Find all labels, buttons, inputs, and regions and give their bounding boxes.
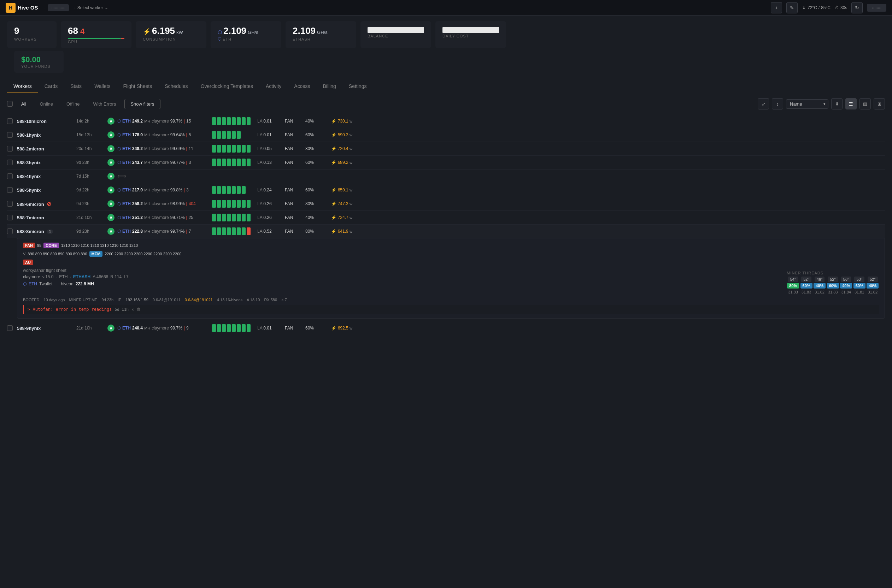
worker-la: LA 0.01 bbox=[257, 132, 282, 137]
thread-fan: 40% bbox=[814, 283, 826, 288]
worker-checkbox[interactable] bbox=[7, 160, 13, 165]
workers-list: 588-10micron 14d 2h A ⬡ ETH 249.2 MH cla… bbox=[0, 114, 892, 335]
worker-checkbox[interactable] bbox=[7, 187, 13, 193]
gpu-model: RX 580 bbox=[264, 298, 277, 302]
table-row: 588-2micron 20d 14h A ⬡ ETH 248.2 MH cla… bbox=[7, 142, 885, 156]
gpu-bars bbox=[212, 200, 254, 208]
worker-name[interactable]: 588-5hynix bbox=[17, 188, 74, 193]
table-row: 588-1hynix 15d 13h A ⬡ ETH 178.0 MH clay… bbox=[7, 128, 885, 142]
consumption-unit: kW bbox=[176, 30, 183, 35]
filter-online-btn[interactable]: Online bbox=[35, 99, 58, 109]
worker-checkbox[interactable] bbox=[7, 173, 13, 179]
worker-checkbox[interactable] bbox=[7, 201, 13, 207]
tab-wallets[interactable]: Wallets bbox=[88, 80, 117, 93]
thread-columns: 54° 80% 31.83 52° 60% 31.83 46° 40% 31.8… bbox=[787, 276, 879, 295]
tab-access[interactable]: Access bbox=[288, 80, 316, 93]
eth-rate-label: ETH bbox=[223, 37, 232, 41]
worker-name[interactable]: 588-10micron bbox=[17, 118, 74, 124]
view-grid-btn[interactable]: ⊞ bbox=[874, 98, 885, 110]
miner-version: v.15.0 bbox=[42, 274, 54, 279]
thread-fan: 40% bbox=[840, 283, 852, 288]
ethash-value: 2.109 bbox=[293, 26, 316, 36]
worker-checkbox[interactable] bbox=[7, 215, 13, 220]
worker-name[interactable]: 588-6micron ⊘ bbox=[17, 201, 74, 207]
view-list-btn[interactable]: ☰ bbox=[845, 98, 857, 110]
ip-value: 192.168.1.59 bbox=[126, 298, 149, 302]
tab-stats[interactable]: Stats bbox=[64, 80, 88, 93]
tab-schedules[interactable]: Schedules bbox=[158, 80, 194, 93]
worker-checkbox[interactable] bbox=[7, 146, 13, 152]
worker-power: ⚡ 730.1 w bbox=[324, 118, 352, 124]
sort-wrap: Name Status Hashrate Power ▾ bbox=[786, 99, 828, 109]
table-row: 588-9hynix 21d 10h A ⬡ ETH 240.4 MH clay… bbox=[7, 321, 885, 335]
expand-all-btn[interactable]: ⤢ bbox=[758, 98, 769, 110]
worker-algo: ⬡ ETH 217.0 MH claymore 99.8% | 3 bbox=[117, 188, 209, 192]
miner-threads: MINER THREADS 54° 80% 31.83 52° 60% 31.8… bbox=[787, 271, 879, 295]
tab-billing[interactable]: Billing bbox=[316, 80, 342, 93]
tab-settings[interactable]: Settings bbox=[343, 80, 373, 93]
worker-fan-pct: 60% bbox=[305, 132, 321, 137]
export-btn[interactable]: ⬇ bbox=[831, 98, 842, 110]
worker-tag-num: 1 bbox=[47, 230, 53, 234]
filter-errors-btn[interactable]: With Errors bbox=[88, 99, 121, 109]
worker-algo: ⬡ ETH 243.7 MH claymore 99.77% | 3 bbox=[117, 160, 209, 165]
worker-uptime: 20d 14h bbox=[76, 146, 105, 151]
worker-name[interactable]: 588-8micron 1 bbox=[17, 229, 74, 234]
worker-checkbox[interactable] bbox=[7, 132, 13, 138]
worker-name[interactable]: 588-1hynix bbox=[17, 132, 74, 138]
worker-name[interactable]: 588-3hynix bbox=[17, 160, 74, 165]
refresh-button[interactable]: ↻ bbox=[851, 2, 863, 14]
view-compact-btn[interactable]: ▤ bbox=[859, 98, 871, 110]
add-button[interactable]: + bbox=[771, 2, 782, 14]
select-all-checkbox[interactable] bbox=[7, 101, 13, 106]
edit-button[interactable]: ✎ bbox=[786, 2, 798, 14]
table-row: 588-10micron 14d 2h A ⬡ ETH 249.2 MH cla… bbox=[7, 114, 885, 128]
worker-checkbox[interactable] bbox=[7, 325, 13, 331]
show-filters-btn[interactable]: Show filters bbox=[124, 99, 160, 109]
sort-select[interactable]: Name Status Hashrate Power bbox=[786, 99, 828, 109]
thread-temp: 52° bbox=[828, 276, 838, 282]
error-time: 5d 11h bbox=[114, 307, 129, 312]
algo-name: · bbox=[70, 274, 71, 279]
error-delete[interactable]: 🗑 bbox=[137, 307, 141, 312]
thread-col: 53° 60% 31.81 bbox=[853, 276, 866, 295]
farm-selector[interactable]: ············ bbox=[48, 4, 69, 11]
tab-flight-sheets[interactable]: Flight Sheets bbox=[117, 80, 159, 93]
topbar: H Hive OS · ············ · Select worker… bbox=[0, 0, 892, 15]
tab-cards[interactable]: Cards bbox=[38, 80, 64, 93]
tab-workers[interactable]: Workers bbox=[7, 80, 38, 93]
tab-overclocking[interactable]: Overclocking Templates bbox=[194, 80, 259, 93]
gpu-count: × 7 bbox=[281, 298, 287, 302]
balance-stat: BALANCE bbox=[361, 21, 431, 48]
worker-fan: FAN bbox=[285, 326, 302, 330]
filter-offline-btn[interactable]: Offline bbox=[62, 99, 84, 109]
sort-direction-btn[interactable]: ↕ bbox=[772, 98, 783, 110]
worker-status: A bbox=[107, 214, 114, 221]
gpu-stat: 68 4 GPU bbox=[61, 21, 131, 48]
worker-power: ⚡ 590.3 w bbox=[324, 132, 352, 137]
tab-activity[interactable]: Activity bbox=[259, 80, 288, 93]
worker-name[interactable]: 588-2micron bbox=[17, 146, 74, 152]
error-dismiss[interactable]: ✕ bbox=[131, 307, 134, 312]
worker-status: A bbox=[107, 159, 114, 166]
worker-name[interactable]: 588-7micron bbox=[17, 215, 74, 220]
worker-algo: ⬡ ETH 240.4 MH claymore 99.7% | 9 bbox=[117, 326, 209, 330]
daily-cost-stat: DAILY COST bbox=[435, 21, 506, 48]
table-row: 588-5hynix 9d 22h A ⬡ ETH 217.0 MH claym… bbox=[7, 183, 885, 197]
worker-select[interactable]: Select worker ⌄ bbox=[77, 5, 108, 10]
filter-all-btn[interactable]: All bbox=[16, 99, 31, 109]
worker-name[interactable]: 588-9hynix bbox=[17, 326, 74, 331]
gpu-warn: 4 bbox=[80, 27, 84, 36]
profile-button[interactable]: ········ bbox=[867, 4, 886, 12]
worker-checkbox[interactable] bbox=[7, 228, 13, 234]
worker-la: LA 0.24 bbox=[257, 188, 282, 192]
worker-name[interactable]: 588-4hynix bbox=[17, 174, 74, 179]
worker-power: ⚡ 692.5 w bbox=[324, 326, 352, 330]
worker-status: A bbox=[107, 228, 114, 235]
worker-la: LA 0.13 bbox=[257, 160, 282, 165]
eth-rate-value: 2.109 bbox=[223, 26, 246, 36]
v-values: 890 890 890 890 890 890 890 890 bbox=[27, 252, 87, 256]
worker-checkbox[interactable] bbox=[7, 118, 13, 124]
threads-title: MINER THREADS bbox=[787, 271, 879, 275]
worker-fan: FAN bbox=[285, 201, 302, 206]
